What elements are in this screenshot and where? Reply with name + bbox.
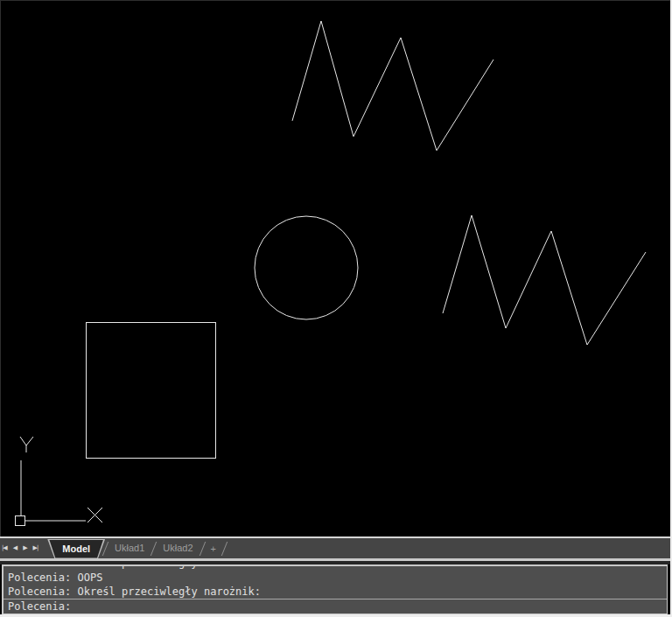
command-prompt: Polecenia: — [8, 600, 71, 613]
last-tab-icon[interactable]: ▶| — [33, 545, 38, 551]
application-window: |◀ ◀ ▶ ▶| Model Układ1 Układ2 + Poleceni… — [0, 0, 672, 617]
ucs-icon-origin-box — [16, 516, 25, 526]
prev-tab-icon[interactable]: ◀ — [13, 545, 17, 551]
tab-uklad1[interactable]: Układ1 — [106, 538, 153, 558]
ucs-icon-y-arm-left — [20, 437, 26, 445]
tab-model-label: Model — [48, 540, 104, 558]
entity-square[interactable] — [87, 323, 216, 459]
command-history[interactable]: Polecenia: Określ przeciwległy narożnik:… — [4, 566, 667, 599]
ucs-icon-y-arm-right — [26, 437, 33, 445]
next-tab-icon[interactable]: ▶ — [23, 545, 26, 551]
tab-uklad2[interactable]: Układ2 — [154, 538, 201, 558]
command-input-line[interactable]: Polecenia: — [4, 599, 667, 613]
tab-navigation: |◀ ◀ ▶ ▶| — [0, 538, 46, 558]
entity-zigzag-right[interactable] — [443, 215, 646, 345]
tab-model[interactable]: Model — [47, 539, 105, 558]
command-history-line: Polecenia: Określ przeciwległy narożnik: — [8, 585, 667, 599]
layout-tab-bar: |◀ ◀ ▶ ▶| Model Układ1 Układ2 + — [0, 538, 672, 558]
first-tab-icon[interactable]: |◀ — [2, 545, 7, 551]
model-space-canvas[interactable] — [0, 0, 672, 537]
entity-zigzag-top[interactable] — [292, 21, 494, 151]
command-window[interactable]: Polecenia: Określ przeciwległy narożnik:… — [2, 564, 668, 614]
drawing-svg — [1, 1, 672, 537]
entity-circle[interactable] — [255, 216, 358, 319]
command-history-line: Polecenia: OOPS — [8, 571, 667, 585]
